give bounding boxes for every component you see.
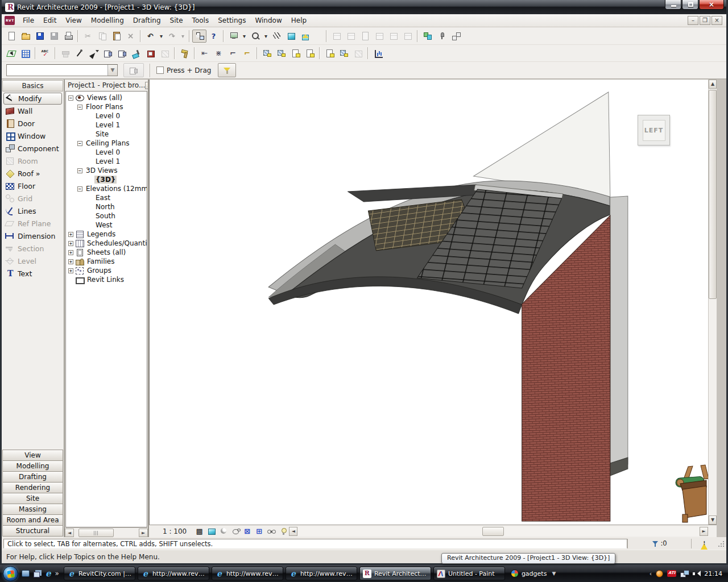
mdi-minimize-button[interactable]: –	[688, 16, 698, 25]
design-item-component[interactable]: Component	[2, 142, 64, 155]
menu-settings[interactable]: Settings	[213, 15, 250, 26]
tree-item-views[interactable]: Views (all)	[66, 93, 147, 102]
drawing-area[interactable]: LEFT ▲ ▼	[149, 80, 717, 525]
expand-toggle[interactable]	[68, 250, 73, 255]
materials-button[interactable]	[143, 47, 158, 60]
tree-item-level-1[interactable]: Level 1	[66, 120, 147, 130]
offset-button[interactable]	[240, 47, 254, 60]
switch-windows-icon[interactable]	[34, 570, 42, 577]
eyedropper-button[interactable]	[72, 47, 86, 60]
ati-tray-icon[interactable]: ATI	[667, 570, 676, 577]
design-item-floor[interactable]: Floor	[2, 180, 64, 192]
menu-view[interactable]: View	[61, 15, 86, 26]
graph-button[interactable]	[371, 47, 385, 60]
minimize-button[interactable]	[665, 0, 681, 10]
collapse-toggle[interactable]	[77, 141, 82, 146]
design-item-door[interactable]: Door	[2, 117, 64, 130]
crop-region-icon[interactable]	[253, 526, 265, 537]
snap-grid-button[interactable]	[18, 47, 32, 60]
navigation-glasses-icon[interactable]	[265, 526, 277, 537]
scrollbar-thumb[interactable]	[78, 529, 114, 537]
type-selector[interactable]: ▼	[6, 64, 118, 76]
menu-site[interactable]: Site	[166, 15, 188, 26]
tree-item-groups[interactable]: Groups	[66, 266, 147, 275]
gadgets-button[interactable]: gadgets ▼	[511, 569, 558, 577]
project-browser-close-icon[interactable]: ✕	[145, 82, 148, 89]
pick-region-button[interactable]	[4, 47, 18, 60]
menu-edit[interactable]: Edit	[39, 15, 61, 26]
tree-item-schedules[interactable]: Schedules/Quantitie	[66, 239, 147, 248]
expand-toggle[interactable]	[68, 268, 73, 273]
taskbar-button-ie-3[interactable]: ehttp://www.revit...	[212, 567, 283, 580]
model-graphics-icon[interactable]	[205, 526, 217, 537]
collapse-toggle[interactable]	[77, 186, 82, 192]
start-button[interactable]	[3, 566, 18, 581]
tab-site[interactable]: Site	[2, 493, 63, 504]
collapse-toggle[interactable]	[77, 168, 82, 173]
manage-links-button[interactable]	[449, 30, 463, 43]
tab-drafting[interactable]: Drafting	[2, 471, 63, 483]
scroll-down-icon[interactable]: ▼	[709, 516, 717, 525]
collapse-toggle[interactable]	[68, 95, 73, 101]
tree-item-families[interactable]: Families	[66, 257, 147, 266]
design-item-modify[interactable]: Modify	[3, 93, 62, 105]
tab-room-and-area[interactable]: Room and Area	[2, 514, 63, 526]
tab-massing[interactable]: Massing	[2, 504, 63, 515]
ungroup-button[interactable]	[274, 47, 288, 60]
trim-button[interactable]	[226, 47, 240, 60]
tree-item-3d[interactable]: {3D}	[66, 175, 147, 184]
group-exclude-button[interactable]	[303, 47, 317, 60]
tree-item-south[interactable]: South	[66, 211, 147, 221]
paint-button[interactable]	[129, 47, 143, 60]
tree-item-floor-plans[interactable]: Floor Plans	[66, 102, 147, 111]
pen-button[interactable]	[86, 47, 101, 60]
design-item-dimension[interactable]: Dimension	[2, 230, 64, 242]
mdi-restore-button[interactable]: ❐	[700, 16, 710, 25]
dynamic-view-button[interactable]	[226, 30, 241, 43]
maximize-button[interactable]	[682, 0, 698, 10]
split-button[interactable]	[212, 47, 226, 60]
filter-button[interactable]	[218, 63, 236, 77]
paste-button[interactable]	[109, 30, 123, 43]
expand-toggle[interactable]	[68, 232, 73, 237]
taskbar-button-ie-4[interactable]: ehttp://www.revit...	[286, 567, 357, 580]
open-button[interactable]	[18, 30, 32, 43]
tree-item-elevations[interactable]: Elevations (12mm Ci	[66, 184, 147, 193]
menu-file[interactable]: File	[18, 15, 39, 26]
browser-horizontal-scrollbar[interactable]: ◄ ►	[65, 527, 148, 537]
tray-app-icon[interactable]	[656, 570, 663, 577]
show-desktop-icon[interactable]	[22, 570, 30, 577]
quick-launch-overflow-icon[interactable]: »	[55, 569, 59, 577]
group-button[interactable]	[260, 47, 274, 60]
print-button[interactable]	[61, 30, 75, 43]
taskbar-button-ie-2[interactable]: ehttp://www.revit...	[138, 567, 209, 580]
project-browser-toggle-button[interactable]	[192, 30, 206, 43]
gadgets-dropdown-icon[interactable]: ▼	[549, 571, 558, 576]
undo-menu-button[interactable]	[158, 30, 165, 43]
taskbar-button-revitcity[interactable]: eRevitCity.com | s...	[64, 567, 135, 580]
vertical-scrollbar[interactable]: ▲ ▼	[708, 80, 717, 525]
group-link-button[interactable]	[288, 47, 303, 60]
close-button[interactable]: ×	[699, 0, 724, 10]
shadows-icon[interactable]	[217, 526, 229, 537]
scroll-up-icon[interactable]: ▲	[709, 80, 717, 89]
network-icon[interactable]	[680, 570, 689, 577]
worksets-button[interactable]	[420, 30, 435, 43]
tree-item-level-0-ceiling[interactable]: Level 0	[66, 148, 147, 157]
menu-window[interactable]: Window	[250, 15, 286, 26]
align-button[interactable]	[197, 47, 212, 60]
horizontal-scrollbar[interactable]	[298, 527, 699, 536]
properties-button[interactable]	[123, 63, 144, 77]
3d-model-roof-and-wall[interactable]	[150, 80, 708, 525]
design-item-text[interactable]: Text	[2, 267, 64, 280]
resize-grip[interactable]	[717, 540, 725, 547]
copy-group-button[interactable]	[322, 47, 337, 60]
tree-item-east[interactable]: East	[66, 193, 147, 202]
thin-lines-button[interactable]	[270, 30, 284, 43]
taskbar-button-paint[interactable]: Untitled - Paint	[433, 567, 505, 580]
hscroll-right-icon[interactable]: ►	[700, 527, 708, 536]
scale-button[interactable]: 1 : 100	[160, 527, 193, 536]
horizontal-scrollbar-thumb[interactable]	[482, 527, 504, 536]
hammer-button[interactable]	[177, 47, 192, 60]
tray-expand-icon[interactable]: ‹	[650, 570, 652, 577]
